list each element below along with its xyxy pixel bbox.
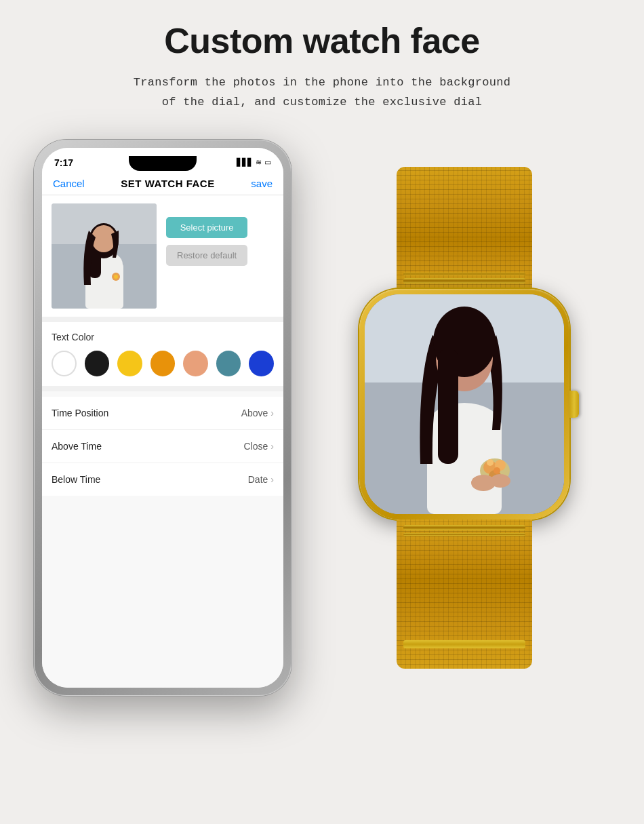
setting-value-text-time-position: Above xyxy=(241,408,268,418)
wifi-icon: ≋ xyxy=(256,158,262,167)
watch-container xyxy=(336,167,593,669)
phone-status-icons: ▋▋▋ ≋ ▭ xyxy=(237,158,271,167)
band-clasp xyxy=(403,640,525,648)
photo-section: Select picture Restore default xyxy=(42,195,283,317)
page-title: Custom watch face xyxy=(164,20,479,61)
section-divider-1 xyxy=(42,317,283,322)
color-option-orange[interactable] xyxy=(150,351,176,376)
svg-point-6 xyxy=(92,225,116,252)
color-option-white[interactable] xyxy=(52,351,77,376)
page-subtitle: Transform the photos in the phone into t… xyxy=(134,73,511,113)
band-bar-top-2 xyxy=(403,273,525,275)
color-option-peach[interactable] xyxy=(183,351,208,376)
signal-icon: ▋▋▋ xyxy=(237,158,253,167)
watch-band-top xyxy=(397,167,532,289)
watch-photo xyxy=(365,294,564,514)
setting-value-below-time: Date › xyxy=(248,474,274,485)
color-option-blue[interactable] xyxy=(249,351,274,376)
text-color-label: Text Color xyxy=(52,332,274,342)
color-option-black[interactable] xyxy=(85,351,110,376)
status-bar: 7:17 ▋▋▋ ≋ ▭ xyxy=(42,148,283,172)
color-option-teal[interactable] xyxy=(216,351,241,376)
setting-row-time-position[interactable]: Time Position Above › xyxy=(42,397,283,430)
photo-thumbnail[interactable] xyxy=(52,203,157,309)
phone-wrapper: 7:17 ▋▋▋ ≋ ▭ Cancel SET WATCH FACE xyxy=(34,140,291,696)
phone-notch xyxy=(129,156,197,171)
setting-row-below-time[interactable]: Below Time Date › xyxy=(42,463,283,496)
phone-time: 7:17 xyxy=(54,157,73,168)
save-button[interactable]: save xyxy=(251,178,273,189)
svg-rect-16 xyxy=(438,349,458,464)
svg-point-21 xyxy=(487,459,494,466)
setting-label-below-time: Below Time xyxy=(52,474,100,485)
color-circles xyxy=(52,351,274,376)
setting-value-time-position: Above › xyxy=(241,408,274,418)
setting-value-text-below-time: Date xyxy=(248,474,268,485)
page-container: Custom watch face Transform the photos i… xyxy=(0,0,644,824)
band-connector-bottom xyxy=(403,525,525,530)
text-color-section: Text Color xyxy=(42,322,283,386)
setting-label-above-time: Above Time xyxy=(52,441,102,452)
setting-value-above-time: Close › xyxy=(244,441,274,452)
band-mesh-top xyxy=(397,167,532,289)
photo-actions: Select picture Restore default xyxy=(166,203,247,266)
watch-crown xyxy=(569,391,579,418)
setting-value-text-above-time: Close xyxy=(244,441,268,452)
svg-point-8 xyxy=(114,275,118,279)
watch-band-bottom xyxy=(397,519,532,669)
color-option-yellow[interactable] xyxy=(117,351,142,376)
svg-point-22 xyxy=(494,467,500,474)
select-picture-button[interactable]: Select picture xyxy=(166,217,247,238)
restore-default-button[interactable]: Restore default xyxy=(166,245,247,266)
svg-point-24 xyxy=(490,474,510,488)
section-divider-2 xyxy=(42,386,283,391)
devices-row: 7:17 ▋▋▋ ≋ ▭ Cancel SET WATCH FACE xyxy=(27,140,617,696)
setting-row-above-time[interactable]: Above Time Close › xyxy=(42,430,283,463)
watch-screen-image xyxy=(365,294,564,514)
chevron-icon-time-position: › xyxy=(270,408,274,418)
app-header: Cancel SET WATCH FACE save xyxy=(42,172,283,195)
phone-inner: 7:17 ▋▋▋ ≋ ▭ Cancel SET WATCH FACE xyxy=(42,148,283,688)
watch-wrapper xyxy=(319,140,610,696)
setting-label-time-position: Time Position xyxy=(52,408,108,418)
phone-frame: 7:17 ▋▋▋ ≋ ▭ Cancel SET WATCH FACE xyxy=(34,140,291,696)
band-connector-top xyxy=(403,278,525,283)
settings-list: Time Position Above › Above Time Close xyxy=(42,397,283,496)
watch-case xyxy=(359,289,569,519)
band-bar-bottom-2 xyxy=(403,533,525,536)
photo-image xyxy=(52,203,157,309)
chevron-icon-below-time: › xyxy=(270,474,274,485)
battery-icon: ▭ xyxy=(264,158,271,167)
app-content: Select picture Restore default Text Colo… xyxy=(42,195,283,688)
watch-screen xyxy=(365,294,564,514)
screen-title: SET WATCH FACE xyxy=(121,178,214,189)
cancel-button[interactable]: Cancel xyxy=(53,178,85,189)
chevron-icon-above-time: › xyxy=(270,441,274,452)
